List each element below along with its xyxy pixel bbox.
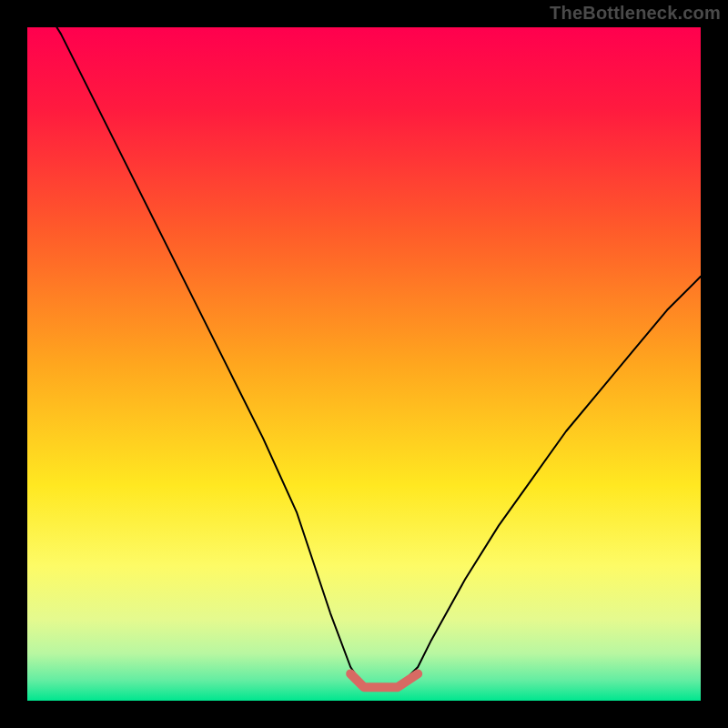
chart-frame: TheBottleneck.com <box>0 0 728 728</box>
plot-area <box>27 27 701 701</box>
highlight-band-path <box>350 673 418 687</box>
watermark-text: TheBottleneck.com <box>550 3 721 24</box>
bottleneck-curve-path <box>27 27 701 687</box>
curve-layer <box>27 27 701 701</box>
